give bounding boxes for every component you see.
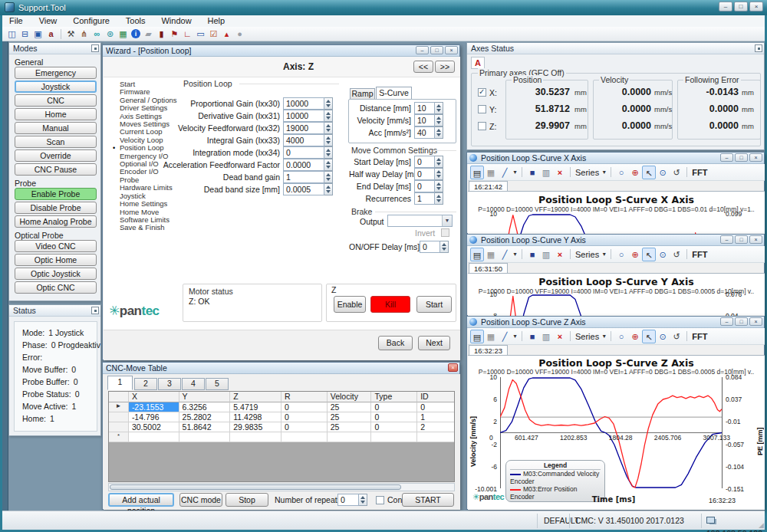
spinner[interactable] [324,134,333,146]
mode-button-emergency[interactable]: Emergency [15,67,97,79]
minimize-button[interactable]: – [720,235,733,244]
spinner[interactable] [359,494,367,506]
report-check-icon[interactable]: ☑ [207,28,220,40]
mode-button-optic-joystick[interactable]: Optic Joystick [15,268,97,280]
copy-icon[interactable]: ▥ [539,330,553,343]
accel-feedforward-input[interactable]: 0.0000 [283,159,324,171]
chart-z-title-bar[interactable]: Position Loop S-Curve Z Axis – □ × [467,317,764,328]
next-axis-button[interactable]: >> [435,61,455,73]
cell[interactable]: 25.2802 [179,412,231,422]
close-button[interactable]: × [445,46,458,54]
print-icon[interactable]: ▤ [470,248,484,261]
chevron-down-icon[interactable]: ▾ [601,330,607,343]
cell[interactable]: 30.5002 [129,422,179,432]
spinner[interactable] [324,146,333,159]
half-way-delay-input[interactable]: 0 [414,168,435,180]
col-r[interactable]: R [281,392,328,402]
y-axis-checkbox[interactable] [478,105,486,113]
tools-icon[interactable]: ⚒ [64,28,77,40]
back-button[interactable]: Back [378,336,413,350]
chevron-down-icon[interactable]: ▾ [601,166,607,179]
nav-save-finish[interactable]: Save & Finish [110,224,176,232]
cell[interactable] [328,432,372,442]
cell[interactable]: 25 [328,402,372,412]
maximize-button[interactable]: □ [735,235,748,244]
cursor-icon[interactable]: ↖ [642,166,656,179]
start-delay-input[interactable]: 0 [414,156,435,168]
invert-checkbox[interactable] [441,228,449,237]
zoom-area-icon[interactable]: ⊙ [656,330,670,343]
zoom-icon[interactable]: ○ [614,330,628,343]
cnc-table-title-bar[interactable]: CNC-Move Table × [103,363,459,374]
copy-icon[interactable]: ▥ [539,248,553,261]
brake-output-dropdown[interactable]: ▼ [387,215,453,227]
spinner[interactable] [435,126,443,139]
stop-button[interactable]: Stop [225,493,268,507]
mode-button-enable-probe[interactable]: Enable Probe [15,188,97,200]
copy-icon[interactable]: ▥ [539,166,553,179]
cnc-mode-button[interactable]: CNC mode [179,493,222,507]
cell[interactable]: -23.1553 [129,402,179,412]
close-button[interactable]: × [749,2,763,11]
grid-icon[interactable]: ▦ [484,166,498,179]
start-button[interactable]: Start [416,296,452,313]
cell[interactable] [371,432,417,442]
grid-icon[interactable]: ▦ [484,330,498,343]
crosshair-icon[interactable]: ⊕ [628,248,642,261]
col-z[interactable]: Z [230,392,281,402]
prev-axis-button[interactable]: << [413,61,433,73]
rotate-icon[interactable]: ↺ [670,330,683,343]
eraser-icon[interactable]: ▰ [142,28,155,40]
maximize-button[interactable]: □ [735,153,748,162]
cnc-tab-4[interactable]: 4 [182,378,205,390]
line-style-icon[interactable]: ╱ [498,248,512,261]
spinner[interactable] [324,97,333,110]
repeats-input[interactable]: 0 [337,494,359,506]
chart-plot[interactable] [500,214,723,234]
spinner[interactable] [435,192,443,205]
tile-horizontal-icon[interactable]: ⊟ [18,28,31,40]
distance-input[interactable]: 10 [414,102,435,114]
mode-button-optic-home[interactable]: Optic Home [15,254,97,266]
zoom-icon[interactable]: ○ [614,248,628,261]
rotate-icon[interactable]: ↺ [670,248,683,261]
next-button[interactable]: Next [418,336,450,350]
print-icon[interactable]: ▤ [470,330,484,343]
zoom-icon[interactable]: ○ [614,166,628,179]
z-axis-checkbox[interactable] [478,122,486,130]
row-selector[interactable] [109,412,129,422]
save-icon[interactable]: ■ [525,166,539,179]
spinner[interactable] [435,114,443,126]
gear-icon[interactable]: ⊛ [104,28,117,40]
maximize-button[interactable]: □ [734,2,748,11]
pin-icon[interactable] [755,44,762,52]
col-y[interactable]: Y [179,392,231,402]
minimize-button[interactable]: – [720,153,733,162]
delete-icon[interactable]: × [553,330,567,343]
cell[interactable]: 29.9835 [230,422,281,432]
mode-button-cnc[interactable]: CNC [15,94,97,107]
spinner[interactable] [435,102,443,114]
integral-gain-input[interactable]: 4000 [283,134,324,146]
recurrences-input[interactable]: 1 [414,192,435,205]
spinner[interactable] [324,183,333,195]
cursor-icon[interactable]: ↖ [642,248,656,261]
col-velocity[interactable]: Velocity [328,392,372,402]
zoom-area-icon[interactable]: ⊙ [656,166,670,179]
save-icon[interactable]: ■ [525,330,539,343]
cell[interactable]: 51.8642 [179,422,231,432]
spinner[interactable] [435,168,443,180]
mode-button-scan[interactable]: Scan [15,136,97,148]
end-delay-input[interactable]: 0 [414,180,435,192]
chevron-down-icon[interactable]: ▾ [512,166,518,179]
mode-button-home-analog-probe[interactable]: Home Analog Probe [15,215,97,228]
scrollbar-thumb[interactable] [110,484,401,490]
minimize-button[interactable]: – [719,2,732,11]
maximize-button[interactable]: □ [430,46,443,54]
kill-button[interactable]: Kill [370,296,410,313]
menu-tools[interactable]: Tools [119,15,153,25]
crosshair-icon[interactable]: ⊕ [628,330,642,343]
mode-button-home[interactable]: Home [15,108,97,120]
cnc-tab-5[interactable]: 5 [206,378,229,390]
spinner[interactable] [324,171,333,183]
